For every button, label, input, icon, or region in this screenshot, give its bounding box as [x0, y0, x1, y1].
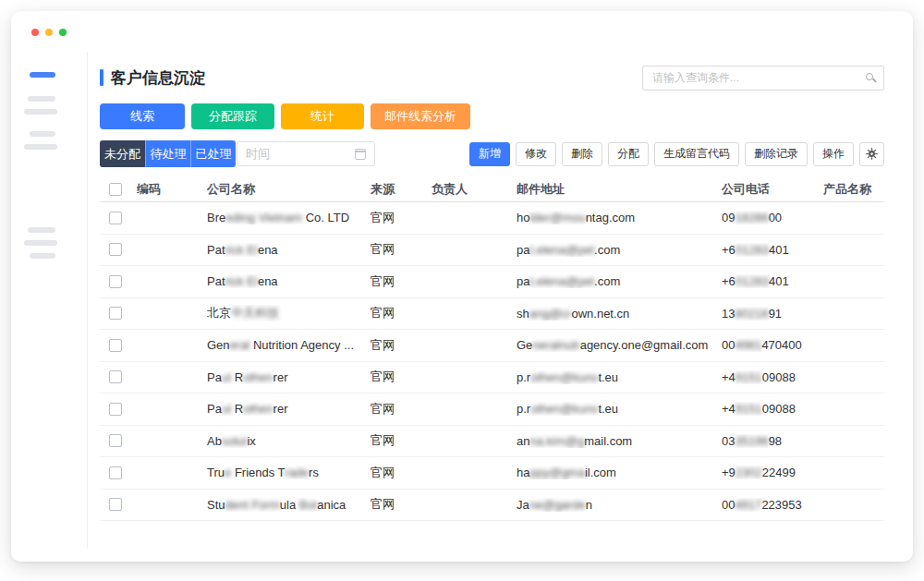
sidebar-skeleton-bar [30, 131, 55, 137]
zoom-window-button[interactable] [59, 29, 67, 36]
row-checkbox[interactable] [109, 339, 122, 352]
cell-email: p.rothen@kunst.eu [517, 402, 722, 416]
sidebar-skeleton-bar [24, 144, 57, 150]
row-checkbox[interactable] [109, 370, 122, 383]
settings-button[interactable] [859, 142, 884, 166]
row-checkbox[interactable] [109, 498, 122, 511]
table-row: General Nutrition Agency ...官网Generalnut… [100, 330, 884, 362]
page-title: 客户信息沉淀 [100, 67, 205, 89]
cell-source: 官网 [371, 337, 432, 354]
nav-button-row: 线索 分配跟踪 统计 邮件线索分析 [100, 103, 884, 129]
cell-company: Patrick Elena [207, 274, 371, 288]
row-select-cell [100, 466, 137, 479]
cell-source: 官网 [371, 210, 432, 226]
cell-source: 官网 [371, 432, 432, 449]
row-select-cell [100, 339, 137, 352]
cell-email: happy@gmail.com [517, 466, 722, 479]
row-select-cell [100, 403, 137, 416]
cell-phone: 004917223953 [722, 498, 823, 512]
search-icon[interactable] [866, 73, 873, 80]
close-window-button[interactable] [31, 29, 39, 36]
add-button[interactable]: 新增 [469, 142, 510, 166]
delete-records-button[interactable]: 删除记录 [745, 142, 808, 166]
search-input[interactable] [642, 66, 884, 91]
cell-phone: 004981470400 [722, 338, 823, 352]
cell-email: pat.elena@pel.com [517, 243, 722, 257]
cell-company: General Nutrition Agency ... [207, 338, 371, 352]
assign-button[interactable]: 分配 [608, 142, 649, 166]
row-checkbox[interactable] [109, 243, 122, 256]
row-select-cell [100, 212, 137, 224]
window-controls [31, 29, 67, 36]
table-row: Patrick Elena官网pat.elena@pel.com+6012834… [100, 235, 884, 267]
cell-email: holder@mountag.com [517, 211, 722, 224]
cell-company: Breeding Vietnam Co. LTD [207, 211, 371, 224]
email-lead-analysis-button[interactable]: 邮件线索分析 [371, 103, 470, 129]
search-box [642, 66, 884, 91]
table-row: Absolutix官网anna.kim@gmail.com033519698 [100, 426, 884, 458]
cell-email: pat.elena@pel.com [517, 274, 722, 288]
row-checkbox[interactable] [109, 275, 122, 288]
cell-phone: 033519698 [722, 434, 823, 448]
cell-phone: 138021691 [722, 307, 823, 321]
customer-table: 编码 公司名称 来源 负责人 邮件地址 公司电话 产品名称 Breeding V… [100, 176, 884, 521]
select-all-cell [100, 183, 137, 196]
minimize-window-button[interactable] [45, 29, 53, 36]
assignment-tracking-button[interactable]: 分配跟踪 [191, 103, 274, 129]
cell-source: 官网 [371, 241, 432, 258]
leads-button[interactable]: 线索 [100, 103, 185, 129]
row-select-cell [100, 275, 137, 288]
sidebar-skeleton-bar [24, 240, 57, 246]
edit-button[interactable]: 修改 [516, 142, 556, 166]
cell-phone: +4915109088 [722, 370, 823, 384]
cell-phone: +601283401 [722, 274, 823, 288]
statistics-button[interactable]: 统计 [281, 103, 364, 129]
table-row: True Friends Traders官网happy@gmail.com+92… [100, 457, 884, 490]
table-row: Paul Rothenrer官网p.rothen@kunst.eu+491510… [100, 362, 884, 394]
cell-email: Generalnutragency.one@gmail.com [517, 338, 722, 352]
cell-company: Absolutix [207, 434, 371, 448]
column-header-code: 编码 [137, 181, 207, 198]
row-checkbox[interactable] [109, 466, 122, 479]
delete-button[interactable]: 删除 [562, 142, 602, 166]
filter-row: 未分配 待处理 已处理 时间 新增 修改 删除 分配 生成留言代码 删除记录 操… [100, 140, 884, 167]
row-select-cell [100, 498, 137, 511]
sidebar-skeleton-bar [30, 72, 55, 78]
row-checkbox[interactable] [109, 212, 122, 224]
cell-phone: +4915109088 [722, 402, 823, 416]
cell-email: Jane@garden [517, 498, 722, 512]
generate-message-code-button[interactable]: 生成留言代码 [654, 142, 739, 166]
filter-tab-pending[interactable]: 待处理 [145, 140, 190, 167]
cell-phone: +601283401 [722, 243, 823, 257]
row-select-cell [100, 370, 137, 383]
row-select-cell [100, 243, 137, 256]
table-body: Breeding Vietnam Co. LTD官网holder@mountag… [100, 202, 884, 521]
sidebar-skeleton-bar [30, 253, 55, 259]
column-header-owner: 负责人 [432, 181, 517, 198]
sidebar-skeleton-bar [24, 109, 57, 115]
row-checkbox[interactable] [109, 403, 122, 416]
cell-source: 官网 [371, 305, 432, 321]
cell-company: True Friends Traders [207, 466, 371, 479]
page-title-text: 客户信息沉淀 [111, 67, 205, 89]
cell-phone: +9230222499 [722, 466, 823, 479]
column-header-company: 公司名称 [207, 181, 371, 198]
cell-source: 官网 [371, 273, 432, 290]
sidebar-skeleton-bar [28, 96, 55, 102]
filter-tab-processed[interactable]: 已处理 [190, 140, 236, 167]
filter-tab-unassigned[interactable]: 未分配 [100, 140, 145, 167]
table-row: Breeding Vietnam Co. LTD官网holder@mountag… [100, 202, 884, 235]
actions-button[interactable]: 操作 [813, 142, 854, 166]
row-select-cell [100, 434, 137, 447]
cell-company: 北京中天科技 [207, 305, 371, 321]
cell-source: 官网 [371, 496, 432, 513]
calendar-icon [355, 149, 366, 160]
cell-company: Student Formula Botanica [207, 498, 371, 512]
cell-source: 官网 [371, 465, 432, 481]
date-filter-input[interactable]: 时间 [237, 141, 375, 166]
toolbar: 新增 修改 删除 分配 生成留言代码 删除记录 操作 [469, 142, 884, 166]
select-all-checkbox[interactable] [109, 183, 122, 196]
row-checkbox[interactable] [109, 434, 122, 447]
column-header-source: 来源 [371, 181, 432, 198]
row-checkbox[interactable] [109, 307, 122, 320]
